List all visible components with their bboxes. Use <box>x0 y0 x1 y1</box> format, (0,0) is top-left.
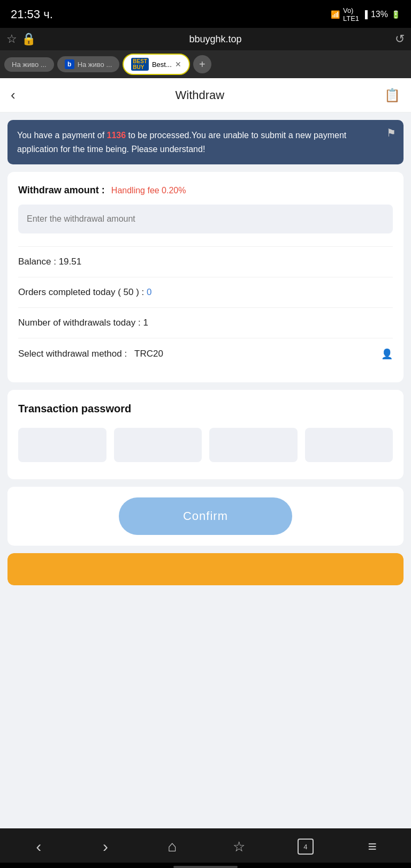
confirm-section: Confirm <box>7 487 404 546</box>
password-input-1[interactable] <box>18 428 106 462</box>
nav-menu-icon: ≡ <box>368 838 376 855</box>
handling-fee-label: Handling fee 0.20% <box>111 186 186 195</box>
tab-3-label: Best... <box>152 61 172 69</box>
tab-1[interactable]: На живо ... <box>4 57 54 72</box>
warning-amount: 1136 <box>107 131 126 140</box>
confirm-button[interactable]: Confirm <box>119 497 292 535</box>
warning-text: You have a payment of 1136 to be process… <box>17 129 382 156</box>
orange-bar-section <box>7 553 404 585</box>
withdrawal-method-label: Select withdrawal method : <box>18 349 127 359</box>
balance-row: Balance : 19.51 <box>18 246 393 277</box>
back-button[interactable]: ‹ <box>11 87 16 103</box>
bottom-handle <box>173 866 238 868</box>
history-icon[interactable]: 📋 <box>384 88 400 103</box>
wifi-icon: 📶 <box>331 10 340 19</box>
orders-completed-value: 0 <box>147 287 151 298</box>
signal-bars: ▐ <box>362 10 368 19</box>
transaction-password-section: Transaction password <box>7 390 404 479</box>
tab-1-label: На живо ... <box>12 61 47 69</box>
nav-bookmarks-icon: ☆ <box>233 839 245 855</box>
tab-2-icon: b <box>65 59 74 69</box>
nav-forward-button[interactable]: › <box>92 836 119 857</box>
favorite-icon[interactable]: ☆ <box>6 32 17 46</box>
battery-indicator: 13% <box>371 10 388 19</box>
password-inputs-row <box>18 428 393 462</box>
page-header: ‹ Withdraw 📋 <box>0 78 411 112</box>
withdrawal-method-label-value: Select withdrawal method : TRC20 <box>18 349 163 359</box>
balance-label: Balance : <box>18 256 56 267</box>
password-input-3[interactable] <box>209 428 298 462</box>
orders-completed-row: Orders completed today ( 50 ) : 0 <box>18 277 393 307</box>
reload-icon[interactable]: ↺ <box>395 32 405 46</box>
status-bar: 21:53 ч. 📶 Vo)LTE1 ▐ 13% 🔋 <box>0 0 411 28</box>
withdrawal-amount-input[interactable] <box>18 205 393 233</box>
select-icon: 👤 <box>381 348 393 360</box>
withdraw-amount-label: Withdraw amount : <box>18 185 105 196</box>
tab-close-icon[interactable]: ✕ <box>175 60 181 69</box>
main-card: Withdraw amount : Handling fee 0.20% Bal… <box>7 172 404 382</box>
nav-forward-icon: › <box>103 837 108 856</box>
warning-dismiss-icon[interactable]: ⚑ <box>386 126 396 139</box>
withdraw-amount-row: Withdraw amount : Handling fee 0.20% <box>18 185 393 196</box>
balance-value: 19.51 <box>59 256 82 267</box>
tab-2[interactable]: b На живо ... <box>57 56 120 72</box>
orange-bar <box>7 553 404 585</box>
nav-tabs-button[interactable]: 4 <box>292 836 319 857</box>
orders-completed-label: Orders completed today ( 50 ) : <box>18 287 144 298</box>
nav-menu-button[interactable]: ≡ <box>359 836 386 857</box>
nav-back-button[interactable]: ‹ <box>25 836 52 857</box>
withdrawals-today-label: Number of withdrawals today : <box>18 318 141 328</box>
status-time: 21:53 ч. <box>11 7 53 21</box>
status-icons: 📶 Vo)LTE1 ▐ 13% 🔋 <box>331 6 400 22</box>
password-input-4[interactable] <box>305 428 393 462</box>
nav-tabs-count: 4 <box>303 843 307 851</box>
nav-back-icon: ‹ <box>36 837 41 856</box>
tab-add-button[interactable]: + <box>193 55 211 73</box>
bestbuy-icon: BESTBUY <box>131 58 149 71</box>
nav-bookmarks-button[interactable]: ☆ <box>225 836 252 857</box>
url-bar[interactable]: bbuyghk.top <box>40 34 391 45</box>
withdrawals-today-value: 1 <box>143 318 148 328</box>
withdrawal-method-value: TRC20 <box>134 349 163 359</box>
page-content: ‹ Withdraw 📋 You have a payment of 1136 … <box>0 78 411 828</box>
browser-tabs: На живо ... b На живо ... BESTBUY Best..… <box>0 50 411 78</box>
tab-2-label: На живо ... <box>78 61 112 69</box>
password-input-2[interactable] <box>114 428 202 462</box>
signal-icon: Vo)LTE1 <box>343 6 359 22</box>
page-title: Withdraw <box>175 88 224 102</box>
battery-icon: 🔋 <box>391 10 400 19</box>
transaction-password-title: Transaction password <box>18 403 393 415</box>
nav-home-button[interactable]: ⌂ <box>159 836 186 857</box>
warning-text-before: You have a payment of <box>17 131 107 140</box>
warning-banner: You have a payment of 1136 to be process… <box>7 120 404 164</box>
withdrawal-method-row[interactable]: Select withdrawal method : TRC20 👤 <box>18 338 393 369</box>
browser-chrome: ☆ 🔒 bbuyghk.top ↺ <box>0 28 411 50</box>
nav-home-icon: ⌂ <box>168 838 177 855</box>
lock-icon: 🔒 <box>21 32 36 46</box>
tab-3-active[interactable]: BESTBUY Best... ✕ <box>123 54 190 75</box>
bottom-nav: ‹ › ⌂ ☆ 4 ≡ <box>0 828 411 863</box>
withdrawals-today-row: Number of withdrawals today : 1 <box>18 307 393 338</box>
